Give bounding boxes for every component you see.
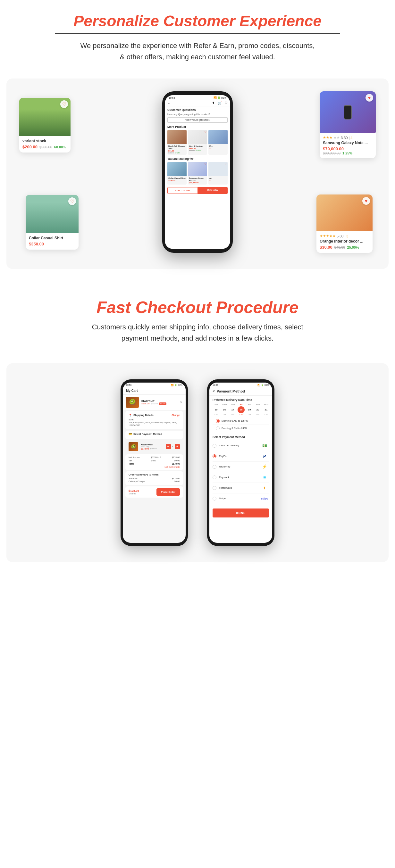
section1-divider: [55, 33, 340, 34]
back-icon[interactable]: ←: [168, 101, 171, 105]
card-disc-samsung: 1.25%: [342, 151, 352, 155]
mini-heart-3[interactable]: ♡: [225, 130, 227, 133]
paypal-label: PayPal: [219, 455, 257, 458]
wishlist-icon-bottom-right[interactable]: ♥: [362, 197, 370, 205]
place-order-button[interactable]: Place Order: [156, 488, 180, 496]
card-orig-interior: $40.00: [334, 245, 345, 249]
mini-product-name-1: Black Full Sleeves Slim...: [168, 145, 186, 150]
payment-razorpay[interactable]: RazorPay ⚡: [213, 462, 269, 472]
card-title-variant: variant stock: [23, 139, 67, 143]
wishlist-icon-bottom-left[interactable]: ♡: [68, 197, 76, 205]
card-title-samsung: Samsung Galaxy Note ...: [323, 141, 372, 145]
card-discount-variant: 60.00%: [54, 145, 66, 149]
order-summary-title: Order Summary (1 Items): [128, 473, 180, 476]
flutterwave-radio[interactable]: [213, 486, 216, 490]
cart-status-bar: 10:56 📶 🔋 83%: [123, 382, 186, 387]
change-address-link[interactable]: Change: [172, 414, 180, 416]
morning-time-option[interactable]: Morning 9 AM to 12 PM: [213, 417, 269, 425]
product-card-collar-shirt[interactable]: ♡ Collar Casual Shirt $350.00: [26, 195, 79, 250]
looking-for-grid: ♡ Collar Casual Shirt $350.00 ♡ Samsung …: [168, 162, 227, 185]
evening-radio[interactable]: [216, 427, 220, 430]
subtotal-val: $178.00: [172, 477, 180, 480]
cart-remove-icon[interactable]: ✕: [180, 401, 182, 404]
product-card-interior[interactable]: ♥ ★★★★★ 5.00 | 3 Orange Interior decor .…: [316, 194, 372, 253]
buy-now-button[interactable]: BUY NOW: [198, 187, 227, 194]
paypal-logo: P: [260, 453, 269, 460]
product-card-samsung[interactable]: ♥ ★★★★★ 3.30 | 4 Samsung Galaxy Note ...…: [320, 91, 376, 158]
looking-product-name-2: Samsung Galaxy A23 5G: [189, 177, 206, 182]
looking-heart-3[interactable]: ♡: [225, 162, 227, 165]
cart-header: My Cart: [123, 387, 186, 395]
flutterwave-logo: ✦: [260, 485, 269, 491]
razorpay-radio[interactable]: [213, 465, 216, 469]
looking-product-1[interactable]: ♡ Collar Casual Shirt $350.00: [168, 162, 187, 185]
mini-heart-2[interactable]: ♡: [204, 130, 207, 133]
morning-radio[interactable]: [216, 419, 220, 423]
checkout-phones-area: 10:56 📶 🔋 83% My Cart 🥝 KIWI FRUIT $178.…: [6, 363, 389, 562]
date-mon[interactable]: Mon 21 Oct: [263, 403, 269, 415]
looking-heart-2[interactable]: ♡: [204, 162, 207, 165]
payment-flutterwave[interactable]: Flutterwave ✦: [213, 483, 269, 493]
not-deliverable-text: Not Deliverable: [128, 466, 180, 468]
address-city: Surat: [128, 418, 180, 421]
mini-product-name-3: M...: [209, 145, 227, 147]
qty-plus-button[interactable]: +: [175, 444, 180, 449]
date-wed[interactable]: Wed 16 Oct: [221, 403, 228, 415]
date-row: Tue 15 Oct Wed 16 Oct Thu 17 Oct: [213, 403, 269, 415]
stripe-logo: stripe: [260, 495, 269, 502]
date-sun[interactable]: Sun 20 Oct: [254, 403, 261, 415]
date-sat[interactable]: Sat 19 Oct: [246, 403, 253, 415]
card-price-interior: $30.00: [320, 245, 332, 250]
select-payment-method-title: Select Payment Method: [213, 435, 269, 439]
payment-back-button[interactable]: <: [213, 389, 215, 394]
stars-samsung: ★★★★★ 3.30 | 4: [323, 135, 372, 140]
mini-product-3[interactable]: ♡ M... $: [208, 130, 227, 154]
payment-cod[interactable]: Cash On Delivery 💵: [213, 440, 269, 451]
cart-product-image: 🥝: [126, 397, 139, 408]
phone-demo-area: ♡ variant stock $200.00 $500.00 60.00% ♡…: [6, 79, 389, 269]
qty-controls: − 1 +: [166, 444, 180, 449]
mini-product-1[interactable]: ♡ Black Full Sleeves Slim... $61.95 $183…: [168, 130, 187, 154]
razorpay-logo: ⚡: [260, 464, 269, 470]
cart-footer: $178.00 1 Items Place Order: [125, 486, 183, 498]
heart-icon-nav[interactable]: ♡: [225, 101, 227, 105]
post-question-button[interactable]: POST YOUR QUESTION: [168, 117, 227, 123]
cart-icon[interactable]: 🛒: [218, 101, 221, 105]
card-price-variant: $200.00: [23, 145, 37, 149]
cart-product-name: KIWI FRUIT: [142, 400, 177, 402]
delivery-val: $0.00: [174, 480, 180, 483]
wishlist-icon-top-left[interactable]: ♡: [60, 100, 68, 108]
looking-product-2[interactable]: ♡ Samsung Galaxy A23 5G $23,999.00: [188, 162, 207, 185]
mini-heart-1[interactable]: ♡: [184, 130, 186, 133]
qty-minus-button[interactable]: −: [166, 444, 171, 449]
looking-product-3[interactable]: ♡ A... $: [208, 162, 227, 185]
cod-radio[interactable]: [213, 444, 216, 447]
stripe-radio[interactable]: [213, 497, 216, 500]
cart-product-row: 🥝 KIWI FRUIT $178.00 $200.00 11.0% ✕: [123, 395, 186, 410]
date-fri-active[interactable]: Fri 18 Oct: [238, 403, 245, 415]
cart-product-old: $200.00: [151, 403, 158, 405]
payment-paystack[interactable]: Paystack ≡: [213, 472, 269, 483]
done-button[interactable]: DONE: [213, 508, 269, 518]
evening-time-option[interactable]: Evening 3 PM to 8 PM: [213, 425, 269, 432]
payment-stripe[interactable]: Stripe stripe: [213, 493, 269, 504]
cart-phone-mockup: 10:56 📶 🔋 83% My Cart 🥝 KIWI FRUIT $178.…: [121, 379, 188, 546]
cod-logo: 💵: [260, 442, 269, 449]
add-to-cart-button[interactable]: ADD TO CART: [168, 187, 198, 194]
mini-product-2[interactable]: ♡ Mast & Harbour $449.00 $895.00 50.00%: [188, 130, 207, 154]
date-tue[interactable]: Tue 15 Oct: [213, 403, 220, 415]
product-card-variant-stock[interactable]: ♡ variant stock $200.00 $500.00 60.00%: [19, 98, 70, 153]
select-payment-card: 💳 Select Payment Method: [125, 431, 183, 439]
date-thu[interactable]: Thu 17 Oct: [229, 403, 236, 415]
paystack-radio[interactable]: [213, 475, 216, 479]
razorpay-label: RazorPay: [219, 465, 257, 468]
flutterwave-label: Flutterwave: [219, 486, 257, 489]
card-title-shirt: Collar Casual Shirt: [29, 236, 75, 240]
payment-paypal[interactable]: PayPal P: [213, 451, 269, 462]
order-summary-section: Order Summary (1 Items) Sub total $178.0…: [125, 471, 183, 485]
paypal-radio[interactable]: [213, 454, 216, 458]
samsung-rating: 3.30: [341, 136, 347, 140]
wishlist-icon-top-right[interactable]: ♥: [365, 94, 373, 101]
share-icon[interactable]: ⬆: [212, 101, 214, 105]
looking-heart-1[interactable]: ♡: [184, 162, 186, 165]
